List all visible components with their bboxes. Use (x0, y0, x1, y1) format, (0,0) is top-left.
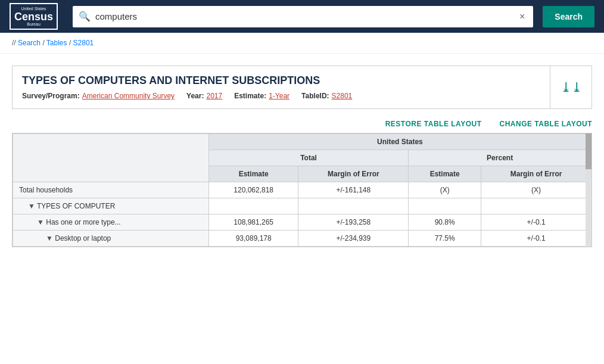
breadcrumb-prefix: // (12, 39, 16, 47)
estimate-value[interactable]: 1-Year (269, 92, 289, 100)
row-label: ▼ TYPES OF COMPUTER (13, 198, 209, 214)
year-value[interactable]: 2017 (206, 92, 222, 100)
census-logo: United States Census Bureau (10, 3, 58, 30)
breadcrumb-search[interactable]: Search (18, 39, 41, 47)
meta-survey-program: Survey/Program: American Community Surve… (22, 92, 175, 100)
table-row: ▼ Has one or more type...108,981,265+/-1… (13, 214, 591, 231)
search-magnifier-icon: 🔍 (79, 11, 91, 22)
row-label-text: Total households (19, 186, 73, 194)
col-header-label (13, 134, 209, 182)
survey-program-value[interactable]: American Community Survey (82, 92, 175, 100)
row-label: ▼ Desktop or laptop (13, 231, 209, 247)
col-header-moe-total: Margin of Error (298, 166, 409, 182)
data-cell: 108,981,265 (208, 214, 298, 231)
data-cell (208, 198, 298, 214)
meta-year: Year: 2017 (186, 92, 222, 100)
data-cell: (X) (481, 182, 591, 198)
data-cell: 77.5% (409, 231, 481, 247)
row-chevron-icon[interactable]: ▼ (46, 234, 55, 242)
data-cell: +/-0.1 (481, 214, 591, 231)
data-cell: +/-161,148 (298, 182, 409, 198)
table-id-label: TableID: (301, 92, 329, 100)
year-label: Year: (186, 92, 204, 100)
table-title: TYPES OF COMPUTERS AND INTERNET SUBSCRIP… (22, 74, 540, 87)
site-header: United States Census Bureau 🔍 × Search (0, 0, 604, 33)
logo-sub-text: Bureau (14, 22, 53, 27)
clear-search-button[interactable]: × (517, 11, 527, 22)
change-table-layout-button[interactable]: CHANGE TABLE LAYOUT (499, 120, 592, 128)
row-label-text: Desktop or laptop (55, 234, 111, 242)
row-label: Total households (13, 182, 209, 198)
data-table-wrapper: United States Total Percent Estimate Mar… (12, 133, 592, 247)
col-header-estimate-total: Estimate (208, 166, 298, 182)
data-cell: +/-234,939 (298, 231, 409, 247)
table-id-value[interactable]: S2801 (332, 92, 353, 100)
search-bar: 🔍 × (73, 6, 533, 27)
data-cell (409, 198, 481, 214)
row-label-text: Has one or more type... (46, 218, 120, 226)
restore-table-layout-button[interactable]: RESTORE TABLE LAYOUT (385, 120, 482, 128)
search-input[interactable] (95, 11, 512, 21)
col-group-united-states: United States (208, 134, 591, 150)
breadcrumb-tables[interactable]: Tables (46, 39, 67, 47)
data-cell (481, 198, 591, 214)
data-cell: 120,062,818 (208, 182, 298, 198)
data-cell: 93,089,178 (208, 231, 298, 247)
scrollbar[interactable] (586, 133, 591, 247)
estimate-label: Estimate: (234, 92, 266, 100)
logo: United States Census Bureau (10, 3, 63, 30)
col-header-moe-pct: Margin of Error (481, 166, 591, 182)
chevron-down-icon: ⤓⤓ (561, 81, 582, 94)
breadcrumb: // Search / Tables / S2801 (0, 33, 604, 54)
table-controls: RESTORE TABLE LAYOUT CHANGE TABLE LAYOUT (0, 115, 604, 133)
data-cell: +/-0.1 (481, 231, 591, 247)
data-cell: +/-193,258 (298, 214, 409, 231)
row-label: ▼ Has one or more type... (13, 214, 209, 231)
col-subgroup-total: Total (208, 150, 408, 166)
row-label-text: TYPES OF COMPUTER (37, 202, 115, 210)
data-table: United States Total Percent Estimate Mar… (13, 133, 591, 247)
meta-table-id: TableID: S2801 (301, 92, 352, 100)
logo-main-text: Census (14, 11, 53, 22)
scroll-thumb[interactable] (586, 133, 591, 169)
data-cell: 90.8% (409, 214, 481, 231)
section-chevron-icon[interactable]: ▼ (28, 202, 37, 210)
expand-collapse-button[interactable]: ⤓⤓ (550, 66, 591, 108)
search-button[interactable]: Search (543, 6, 594, 27)
table-row: ▼ Desktop or laptop93,089,178+/-234,9397… (13, 231, 591, 247)
col-header-estimate-pct: Estimate (409, 166, 481, 182)
table-row: ▼ TYPES OF COMPUTER (13, 198, 591, 214)
row-chevron-icon[interactable]: ▼ (37, 218, 46, 226)
survey-program-label: Survey/Program: (22, 92, 80, 100)
data-cell: (X) (409, 182, 481, 198)
data-cell (298, 198, 409, 214)
table-meta: Survey/Program: American Community Surve… (22, 92, 540, 100)
title-card: TYPES OF COMPUTERS AND INTERNET SUBSCRIP… (12, 66, 592, 109)
breadcrumb-table-id[interactable]: S2801 (73, 39, 94, 47)
meta-estimate: Estimate: 1-Year (234, 92, 289, 100)
col-subgroup-percent: Percent (409, 150, 591, 166)
title-content: TYPES OF COMPUTERS AND INTERNET SUBSCRIP… (13, 66, 550, 108)
table-row: Total households120,062,818+/-161,148(X)… (13, 182, 591, 198)
